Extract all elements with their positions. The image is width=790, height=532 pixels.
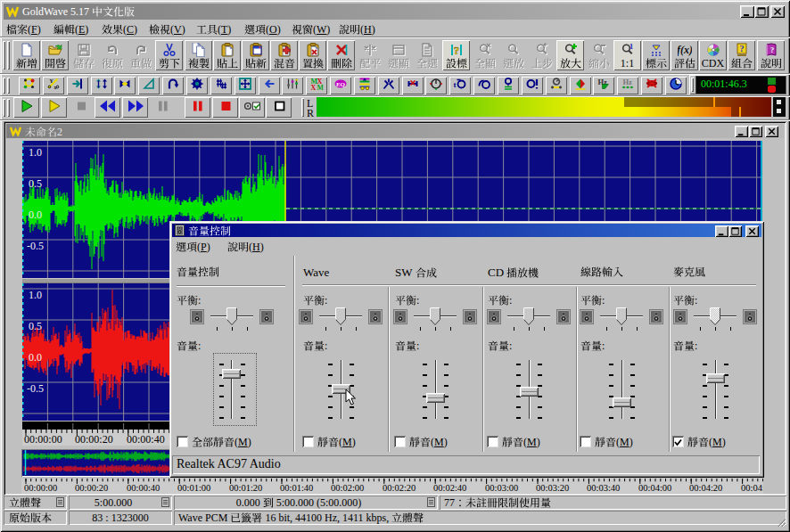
svg-text:1.0: 1.0	[29, 289, 42, 301]
svg-text:00:00:20: 00:00:20	[75, 433, 113, 446]
svg-text:?: ?	[739, 44, 744, 53]
svg-text:00:00:20: 00:00:20	[75, 483, 108, 493]
svg-text:00:04:40: 00:04:40	[741, 483, 763, 493]
svg-text:00:03:00: 00:03:00	[485, 483, 518, 493]
svg-text:00:03:40: 00:03:40	[587, 483, 620, 493]
svg-text:00:01:40: 00:01:40	[280, 483, 313, 493]
svg-text:00:02:00: 00:02:00	[331, 483, 364, 493]
svg-text:00:00:00: 00:00:00	[24, 483, 57, 493]
svg-text:1.0: 1.0	[29, 146, 42, 159]
svg-text:?: ?	[453, 44, 459, 57]
svg-text:1: 1	[629, 43, 633, 51]
svg-text:M: M	[317, 84, 324, 91]
svg-text:0.5: 0.5	[29, 177, 42, 190]
svg-text:EQ: EQ	[336, 81, 346, 88]
svg-text:f(x): f(x)	[678, 44, 692, 56]
svg-text:Hz: Hz	[623, 78, 633, 86]
svg-text:-0.5: -0.5	[27, 382, 44, 395]
svg-text:X: X	[311, 84, 317, 91]
svg-text:Y: Y	[50, 78, 54, 84]
svg-text:00:00:00: 00:00:00	[24, 433, 62, 446]
svg-text:00:02:20: 00:02:20	[383, 483, 416, 493]
svg-text:-0.5: -0.5	[27, 240, 44, 252]
svg-text:00:03:20: 00:03:20	[536, 483, 569, 493]
svg-text:00:02:40: 00:02:40	[433, 483, 466, 493]
svg-text:0.5: 0.5	[29, 320, 42, 332]
svg-text:?: ?	[769, 45, 774, 54]
svg-text:00:00:40: 00:00:40	[127, 433, 165, 446]
svg-text:0.0: 0.0	[29, 351, 42, 364]
svg-text:0.0: 0.0	[29, 209, 42, 221]
svg-text:00:04:20: 00:04:20	[689, 483, 722, 493]
svg-text:00:01:20: 00:01:20	[229, 483, 262, 493]
svg-text:00:04:00: 00:04:00	[638, 483, 671, 493]
svg-text:00:01:00: 00:01:00	[177, 483, 210, 493]
svg-text:00:00:40: 00:00:40	[127, 483, 160, 493]
svg-text:t: t	[454, 80, 457, 89]
